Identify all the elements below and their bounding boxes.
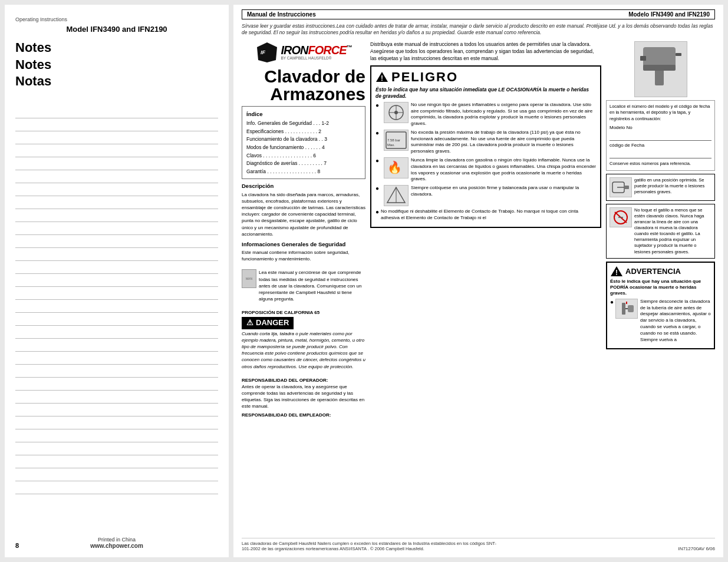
col-left: IF IRONFORCE™ BY CAMPBELL HAUSFELD® C (242, 41, 365, 535)
logo-area: IF IRONFORCE™ BY CAMPBELL HAUSFELD® (242, 41, 365, 64)
index-item-4: Clavos . . . . . . . . . . . . . . . . .… (246, 152, 361, 160)
warning-box-1: gatillo en una posición oprimida. Se pue… (606, 174, 715, 201)
svg-text:Max.: Max. (387, 143, 395, 147)
notes-lines (15, 105, 218, 531)
svg-rect-14 (643, 47, 676, 68)
info-general-para1: Este manual contiene información sobre s… (242, 249, 365, 262)
index-title: Índice (246, 110, 361, 118)
modelo-no-line (610, 133, 711, 141)
note-line (15, 404, 218, 416)
note-line (15, 248, 218, 261)
advertencia-bullet-0-text: Siempre desconecte la clavadora de la tu… (640, 299, 711, 343)
logo-text-block: IRONFORCE™ BY CAMPBELL HAUSFELD® (281, 44, 352, 60)
bullet-dot-icon: ● (375, 103, 379, 108)
warning-box-2: No toque el gatillo a menos que se estén… (606, 204, 715, 259)
note-line (15, 118, 218, 131)
note-line (15, 481, 218, 494)
footer-right-text: IN712700AV 6/06 (678, 546, 715, 551)
note-line (15, 365, 218, 378)
model-info-box: Localice el número del modelo y el códig… (606, 100, 715, 171)
bullet-dot-icon: ● (375, 209, 379, 215)
peligro-banner-row: ! PELIGRO (375, 70, 596, 85)
note-line (15, 222, 218, 235)
footer-left-text: Las clavadoras de Campbell Hausfeld Nail… (242, 541, 502, 551)
col-right: Localice el número del modelo y el códig… (606, 41, 715, 535)
notes-heading-1: Notes (15, 39, 218, 57)
resp-operador-label: RESPONSABILIDAD DEL OPERADOR: (242, 377, 365, 384)
note-line (15, 209, 218, 222)
peligro-bullet-0: ● (375, 102, 596, 127)
svg-rect-21 (624, 186, 629, 189)
peligro-bullet-4-text: No modifique ni deshabilite el Elemento … (381, 209, 596, 222)
left-footer: Printed in China www.chpower.com (15, 537, 218, 549)
danger-banner: ⚠DANGER (242, 317, 294, 329)
peligro-bullet-2-text: Nunca limpie la clavadora con gasolina o… (411, 157, 596, 183)
info-general-title: Informaciones Generales de Seguridad (242, 240, 365, 248)
peligro-bullet-1-text: No exceda la presión máxima de trabajo d… (411, 130, 596, 155)
note-line (15, 326, 218, 339)
warning-2-text: No toque el gatillo a menos que se estén… (634, 207, 711, 255)
danger-text: Cuando corta lija, taladra o pule materi… (242, 330, 365, 370)
bullet-dot-icon: ● (610, 299, 614, 305)
note-line (15, 157, 218, 170)
disclaimer-text: Sírvase leer y guardar estas instruccion… (242, 23, 715, 37)
flame-hazard-icon: 🔥 (384, 157, 409, 178)
modelo-no-label: Modelo No (610, 124, 711, 141)
left-model-title: Model IFN3490 and IFN2190 (15, 25, 218, 34)
warning-1-text: gatillo en una posición oprimida. Se pue… (634, 177, 711, 195)
note-line (15, 131, 218, 144)
index-item-5: Diagnóstico de averías . . . . . . . . .… (246, 160, 361, 168)
note-line (15, 313, 218, 326)
trigger-warning-icon (610, 177, 632, 197)
note-line (15, 352, 218, 365)
force-text: FORCE (308, 44, 347, 57)
note-line (15, 183, 218, 196)
right-footer: Las clavadoras de Campbell Hausfeld Nail… (242, 538, 715, 551)
svg-rect-27 (622, 303, 625, 315)
note-line (15, 468, 218, 481)
advertencia-bullet-0: ● Siempre desconecte la clavadora (610, 299, 711, 343)
notes-heading-3: Notas (15, 73, 218, 90)
balance-stance-icon (384, 185, 409, 206)
codigo-fecha-label: código de Fecha (610, 142, 711, 158)
right-page: Manual de Instrucciones Modelo IFN3490 a… (233, 5, 723, 557)
product-title-line2: Armazones (242, 85, 365, 103)
advertencia-banner-row: ! ADVERTENCIA (610, 266, 711, 277)
index-item-1: Especificaciones . . . . . . . . . . . .… (246, 128, 361, 136)
index-item-0: Info. Generales de Seguridad . . . 1-2 (246, 120, 361, 128)
ironforce-figure-icon: IF (256, 41, 278, 64)
note-line (15, 196, 218, 209)
peligro-bullet-3: ● Siempre colóquese en una posición firm… (375, 185, 596, 206)
peligro-subtitle: Ésto le indica que hay una situación inm… (375, 87, 596, 100)
descripcion-section: Descripción La clavadora ha sido diseñad… (242, 182, 365, 237)
peligro-bullet-4: ● No modifique ni deshabilite el Element… (375, 209, 596, 222)
operating-instructions-label: Operating Instructions (15, 16, 218, 22)
trademark-symbol: ™ (347, 45, 352, 51)
note-line (15, 429, 218, 442)
page-number-left: 8 (15, 542, 19, 549)
model-label-right: Modelo IFN3490 and IFN2190 (628, 11, 710, 18)
svg-point-7 (394, 111, 398, 114)
svg-text:🔥: 🔥 (387, 160, 402, 174)
col-mid: Distribuya este manual de instrucciones … (370, 41, 601, 535)
notes-section: Notes Notes Notas (15, 39, 218, 90)
svg-text:!: ! (381, 74, 383, 82)
advertencia-triangle-icon: ! (610, 266, 623, 277)
descripcion-title: Descripción (242, 182, 365, 190)
note-line (15, 442, 218, 455)
index-item-6: Garantía . . . . . . . . . . . . . . . .… (246, 168, 361, 176)
descripcion-text: La clavadora ha sido diseñada para marco… (242, 191, 365, 237)
website-url: www.chpower.com (15, 543, 218, 549)
peligro-triangle-icon: ! (375, 71, 388, 82)
compressor-diagram-icon (384, 102, 409, 123)
advertencia-indicates: Ésto le indica que hay una situación que… (610, 279, 711, 297)
note-line (15, 378, 218, 391)
peligro-bullet-1: ● 7.58 bar Max. No exce (375, 130, 596, 155)
printed-in: Printed in China (15, 537, 218, 543)
svg-text:IF: IF (261, 49, 266, 55)
note-line (15, 235, 218, 248)
bullet-dot-icon: ● (375, 130, 379, 136)
peligro-word: PELIGRO (391, 70, 458, 85)
advertencia-box: ! ADVERTENCIA Ésto le indica que hay una… (606, 262, 715, 350)
svg-text:!: ! (615, 269, 618, 277)
